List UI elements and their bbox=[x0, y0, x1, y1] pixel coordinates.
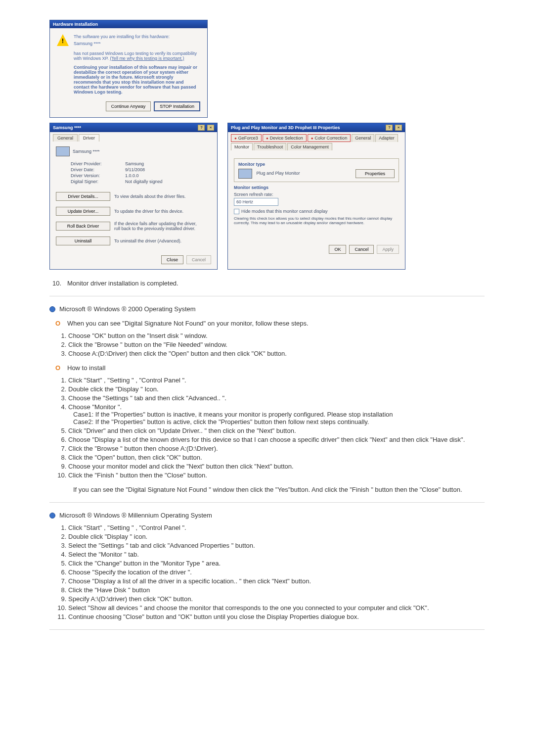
tab-general[interactable]: General bbox=[53, 134, 78, 142]
hardware-installation-dialog: Hardware Installation The software you a… bbox=[49, 20, 208, 118]
tab-geforce3[interactable]: GeForce3 bbox=[231, 134, 262, 142]
install-step: Choose "Monitor ". Case1: If the "Proper… bbox=[68, 403, 485, 425]
details-desc: To view details about the driver files. bbox=[114, 194, 203, 199]
howto-label: How to install bbox=[67, 364, 105, 372]
apply-button: Apply bbox=[377, 245, 399, 254]
winme-step: Select "Show all devices " and choose th… bbox=[68, 604, 485, 612]
dialog-titlebar: Plug and Play Monitor and 3D Prophet III… bbox=[228, 123, 405, 132]
tab-adapter[interactable]: Adapter bbox=[375, 134, 398, 142]
install-step: Choose "Display a list of the known driv… bbox=[68, 436, 485, 443]
update-driver-button[interactable]: Update Driver... bbox=[56, 207, 110, 216]
install-step: Click "Driver" and then click on "Update… bbox=[68, 427, 485, 434]
dsig-subtitle: When you can see "Digital Signature Not … bbox=[52, 320, 485, 327]
howto-subtitle: How to install bbox=[52, 364, 485, 372]
install-step: Click the "Open" button, then click "OK"… bbox=[68, 454, 485, 461]
winme-step: Specify A:\(D:\driver) then click "OK" b… bbox=[68, 595, 485, 603]
step-text: Monitor driver installation is completed… bbox=[67, 280, 178, 287]
install-step: Click the "Browse " button then choose A… bbox=[68, 445, 485, 452]
hw-link[interactable]: (Tell me why this testing is important.) bbox=[110, 56, 184, 61]
cancel-button[interactable]: Cancel bbox=[349, 245, 374, 254]
winme-section-title: Microsoft ® Windows ® Millennium Operati… bbox=[49, 512, 485, 519]
tab-device-selection[interactable]: Device Selection bbox=[263, 134, 307, 142]
hw-warning-text: Continuing your installation of this sof… bbox=[74, 65, 200, 94]
tab-color-management[interactable]: Color Management bbox=[287, 143, 332, 150]
tab-color-correction[interactable]: Color Correction bbox=[308, 134, 351, 142]
os-title: Microsoft ® Windows ® 2000 Operating Sys… bbox=[59, 305, 196, 313]
install-step: Click the "Finish " button then the "Clo… bbox=[68, 472, 485, 479]
tab-monitor[interactable]: Monitor bbox=[231, 143, 253, 150]
hw-line1: The software you are installing for this… bbox=[74, 34, 170, 39]
tab-troubleshoot[interactable]: Troubleshoot bbox=[254, 143, 286, 150]
install-steps-list: Click "Start" , "Setting " , "Control Pa… bbox=[68, 377, 485, 479]
tab-driver[interactable]: Driver bbox=[79, 134, 99, 142]
bullet-icon bbox=[49, 513, 55, 519]
winme-step: Click the "Have Disk " button bbox=[68, 586, 485, 594]
post-note: If you can see the "Digital Signature No… bbox=[73, 486, 485, 493]
winme-step: Double click "Display " icon. bbox=[68, 533, 485, 540]
refresh-rate-select[interactable]: 60 Hertz bbox=[234, 198, 278, 206]
monitor-type-value: Plug and Play Monitor bbox=[257, 171, 300, 176]
monitor-settings-label: Monitor settings bbox=[234, 185, 399, 190]
divider bbox=[49, 629, 485, 630]
screenshots-group: Hardware Installation The software you a… bbox=[49, 20, 485, 270]
install-step: Choose your monitor model and click the … bbox=[68, 463, 485, 470]
dialog-title: Hardware Installation bbox=[53, 22, 98, 27]
bullet-icon bbox=[49, 306, 55, 312]
close-icon[interactable]: × bbox=[207, 125, 214, 131]
step4-text: Choose "Monitor ". bbox=[68, 403, 122, 411]
rollback-driver-button[interactable]: Roll Back Driver bbox=[56, 222, 110, 231]
hide-modes-label: Hide modes that this monitor cannot disp… bbox=[241, 209, 328, 214]
hide-modes-desc: Clearing this check box allows you to se… bbox=[234, 216, 399, 225]
winme-step: Select the "Settings " tab and click "Ad… bbox=[68, 542, 485, 549]
tab-general[interactable]: General bbox=[352, 134, 374, 142]
properties-button[interactable]: Properties bbox=[356, 169, 395, 178]
divider bbox=[49, 502, 485, 503]
help-icon[interactable]: ? bbox=[386, 125, 393, 131]
provider-value: Samsung bbox=[125, 161, 144, 166]
step-10-line: 10. Monitor driver installation is compl… bbox=[49, 280, 485, 287]
winme-step: Select the "Monitor " tab. bbox=[68, 551, 485, 558]
pnp-monitor-properties-dialog: Plug and Play Monitor and 3D Prophet III… bbox=[227, 123, 405, 270]
date-label: Driver Date: bbox=[71, 167, 125, 172]
close-button[interactable]: Close bbox=[161, 255, 183, 264]
case2: Case2: If the "Properties" button is act… bbox=[73, 418, 485, 425]
ok-button[interactable]: OK bbox=[329, 245, 346, 254]
rollback-desc: If the device fails after updating the d… bbox=[114, 221, 203, 231]
monitor-icon bbox=[238, 169, 252, 179]
stop-installation-button[interactable]: STOP Installation bbox=[154, 101, 200, 111]
signer-label: Digital Signer: bbox=[71, 179, 125, 184]
close-icon[interactable]: × bbox=[395, 125, 402, 131]
refresh-rate-label: Screen refresh rate: bbox=[234, 192, 273, 197]
window-controls: ? × bbox=[197, 125, 214, 131]
dsig-line: When you can see "Digital Signature Not … bbox=[67, 320, 309, 327]
uninstall-button[interactable]: Uninstall bbox=[56, 236, 110, 245]
samsung-properties-dialog: Samsung **** ? × General Driver Samsung … bbox=[49, 123, 218, 270]
dsig-step: Choose A:(D:\Driver) then click the "Ope… bbox=[68, 350, 485, 357]
signer-value: Not digitally signed bbox=[125, 179, 163, 184]
dialog-titlebar: Samsung **** ? × bbox=[50, 123, 217, 132]
device-name: Samsung **** bbox=[73, 149, 100, 154]
step-number: 10. bbox=[49, 280, 61, 287]
date-value: 9/11/2008 bbox=[125, 167, 145, 172]
divider bbox=[49, 296, 485, 296]
winme-step: Choose "Specify the location of the driv… bbox=[68, 568, 485, 576]
winme-step: Choose "Display a list of all the driver… bbox=[68, 577, 485, 585]
bullet-orange-icon bbox=[52, 320, 63, 327]
dsig-steps-list: Choose "OK" button on the "Insert disk "… bbox=[68, 332, 485, 357]
dialog-title: Plug and Play Monitor and 3D Prophet III… bbox=[231, 125, 340, 130]
bullet-orange-icon bbox=[52, 365, 63, 372]
hw-device-name: Samsung **** bbox=[74, 41, 200, 46]
install-step: Choose the "Settings " tab and then clic… bbox=[68, 394, 485, 402]
uninstall-desc: To uninstall the driver (Advanced). bbox=[114, 238, 203, 243]
winme-step: Continue choosing "Close" button and "OK… bbox=[68, 613, 485, 620]
update-desc: To update the driver for this device. bbox=[114, 209, 203, 214]
hide-modes-checkbox[interactable] bbox=[234, 209, 239, 214]
version-label: Driver Version: bbox=[71, 173, 125, 178]
cancel-button: Cancel bbox=[186, 255, 211, 264]
continue-anyway-button[interactable]: Continue Anyway bbox=[106, 101, 151, 111]
window-controls: ? × bbox=[385, 125, 402, 131]
winme-step: Click "Start" , "Setting " , "Control Pa… bbox=[68, 524, 485, 531]
driver-details-button[interactable]: Driver Details... bbox=[56, 192, 110, 201]
case1: Case1: If the "Properties" button is ina… bbox=[73, 411, 485, 418]
help-icon[interactable]: ? bbox=[198, 125, 205, 131]
